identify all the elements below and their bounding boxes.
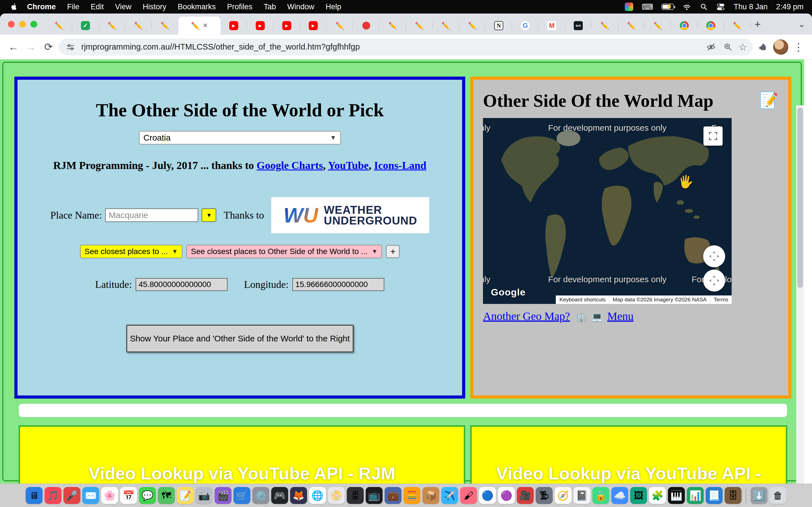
tab-youtube[interactable] [247, 17, 273, 35]
tab-site[interactable] [46, 17, 72, 35]
terms-link[interactable]: Terms [710, 295, 732, 304]
dock-icon-downloads[interactable]: ⬇️ [751, 487, 767, 504]
zoom-window-button[interactable] [31, 21, 37, 27]
tab-site[interactable] [152, 17, 178, 35]
dock-icon-files[interactable]: 🗄 [725, 487, 742, 504]
dock-icon-tv[interactable]: 📺 [366, 487, 383, 504]
dock-icon-safari[interactable]: 🧭 [555, 487, 571, 504]
tab-close-icon[interactable]: ✕ [203, 22, 208, 29]
battery-icon[interactable]: ⚡ [661, 4, 674, 10]
menubar-extra-app-icon[interactable] [625, 3, 633, 11]
dock-icon-cloud[interactable]: ☁️ [611, 487, 628, 504]
computer-icon[interactable]: 💻 [592, 312, 603, 322]
dock-icon-notebook[interactable]: 📓 [573, 487, 591, 504]
menubar-item-edit[interactable]: Edit [91, 3, 104, 11]
tab-search-chevron-icon[interactable]: ⌄ [798, 19, 805, 29]
menubar-item-file[interactable]: File [67, 3, 80, 11]
dock-icon-calculator[interactable]: 🧮 [403, 487, 420, 504]
tab-site[interactable] [592, 17, 618, 35]
memo-note-icon[interactable]: 📝 [759, 91, 779, 110]
dock-icon-dvd-player[interactable]: 📀 [328, 487, 345, 504]
dock-icon-messages[interactable]: 💬 [139, 487, 156, 504]
dock-icon-clips[interactable]: 🎬 [214, 487, 232, 504]
menubar-date[interactable]: Thu 8 Jan [733, 3, 767, 11]
menubar-item-tab[interactable]: Tab [264, 3, 276, 11]
google-map[interactable]: nly For development purposes only Fo nly… [483, 118, 732, 304]
keyboard-icon[interactable]: ⌨ [642, 2, 653, 11]
tab-gmail[interactable] [539, 17, 565, 35]
tab-youtube[interactable] [300, 17, 326, 35]
spotlight-search-icon[interactable] [700, 3, 708, 11]
map-pin-place[interactable] [523, 140, 532, 146]
minimize-window-button[interactable] [19, 21, 26, 27]
map-pan-control-secondary[interactable] [703, 270, 725, 291]
google-charts-link[interactable]: Google Charts [257, 159, 323, 171]
tab-chrome[interactable] [671, 17, 698, 35]
country-select[interactable]: Croatia ▼ [139, 131, 341, 145]
dock-icon-firefox[interactable]: 🦊 [290, 487, 307, 504]
menu-link[interactable]: Menu [607, 310, 633, 323]
menubar-app-name[interactable]: Chrome [27, 3, 56, 11]
tab-site[interactable] [99, 17, 125, 35]
dock-icon-app-store[interactable]: 🛒 [234, 487, 250, 504]
tab-check[interactable] [72, 17, 99, 35]
tab-site[interactable] [379, 17, 406, 35]
url-text[interactable]: rjmprogramming.com.au//HTMLCSS/other_sid… [81, 42, 700, 52]
menubar-time[interactable]: 2:49 pm [776, 3, 804, 11]
icons-land-link[interactable]: Icons-Land [374, 159, 426, 171]
dock-icon-photos[interactable]: 🌸 [101, 487, 118, 504]
dock-icon-music[interactable]: 🎵 [45, 487, 61, 504]
tab-site[interactable] [724, 17, 751, 35]
dock-icon-trash[interactable]: 🗑 [769, 487, 786, 504]
place-dropdown-button[interactable]: ▼ [202, 209, 216, 222]
tab-site[interactable] [406, 17, 433, 35]
dock-icon-voice-memos[interactable]: 🎤 [63, 487, 80, 504]
menubar-item-profiles[interactable]: Profiles [227, 3, 252, 11]
menubar-item-bookmarks[interactable]: Bookmarks [177, 3, 216, 11]
tab-chrome[interactable] [698, 17, 724, 35]
tab-google[interactable] [512, 17, 539, 35]
extensions-puzzle-icon[interactable] [756, 40, 770, 54]
tab-record[interactable] [353, 17, 379, 35]
dock-icon-design[interactable]: 🖌 [460, 487, 477, 504]
dock-icon-games[interactable]: 🎮 [271, 487, 288, 504]
dock-icon-maps[interactable]: 🗺 [158, 487, 175, 504]
bookmark-star-icon[interactable]: ☆ [739, 41, 747, 53]
menubar-item-view[interactable]: View [115, 3, 132, 11]
tab-youtube[interactable] [273, 17, 300, 35]
dock-icon-extensions[interactable]: 🧩 [649, 487, 666, 504]
tab-site-active[interactable]: ✕ [178, 17, 220, 35]
page-scrollbar[interactable] [796, 105, 804, 484]
dock-icon-mail[interactable]: ✉️ [82, 487, 99, 504]
zoom-indicator-icon[interactable] [722, 42, 734, 52]
other-side-closest-select[interactable]: See closest places to Other Side of the … [186, 245, 382, 258]
tab-site[interactable] [618, 17, 645, 35]
dock-icon-zoom[interactable]: 🔵 [479, 487, 496, 504]
control-center-icon[interactable] [716, 2, 725, 11]
tab-notion[interactable] [486, 17, 512, 35]
menubar-item-history[interactable]: History [143, 3, 166, 11]
place-name-input[interactable] [105, 209, 198, 222]
close-window-button[interactable] [8, 21, 15, 27]
dock-icon-image-ai[interactable]: 🖼 [630, 487, 647, 504]
site-settings-icon[interactable] [64, 42, 77, 52]
dock-icon-camera[interactable]: 📷 [196, 487, 213, 504]
scrollbar-thumb[interactable] [797, 108, 803, 288]
reload-button[interactable]: ⟳ [41, 40, 56, 54]
latitude-input[interactable] [136, 278, 227, 291]
menubar-item-help[interactable]: Help [326, 3, 342, 11]
new-tab-button[interactable]: + [755, 19, 761, 30]
dock-icon-notes[interactable]: 📝 [177, 487, 194, 504]
profile-avatar[interactable] [773, 40, 788, 55]
browser-menu-kebab-icon[interactable]: ⋮ [791, 40, 806, 54]
dock-icon-browser[interactable]: 🌐 [309, 487, 326, 504]
another-geo-map-link[interactable]: Another Geo Map? [483, 310, 570, 323]
dock-icon-finder[interactable]: 🖥 [26, 487, 43, 504]
dock-icon-teams[interactable]: 💼 [385, 487, 402, 504]
menubar-item-window[interactable]: Window [287, 3, 314, 11]
dock-icon-password[interactable]: 🔒 [592, 487, 609, 504]
building-icon[interactable]: 🏢 [576, 312, 587, 322]
tab-site[interactable] [433, 17, 459, 35]
tab-site[interactable] [125, 17, 152, 35]
dock-icon-settings[interactable]: ⚙️ [252, 487, 269, 504]
